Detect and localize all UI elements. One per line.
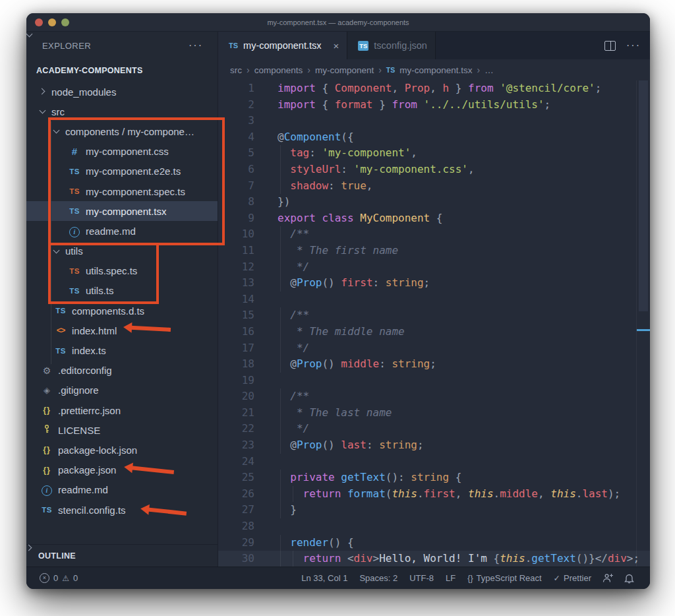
workspace-section-header[interactable]: ACADEMY-COMPONENTS: [26, 59, 218, 82]
gear-icon: ⚙: [40, 365, 54, 376]
breadcrumb-symbol-more[interactable]: …: [484, 65, 494, 75]
code-line-2[interactable]: 2import { format } from '../../utils/uti…: [218, 97, 650, 113]
tree-item-components-d-ts[interactable]: TScomponents.d.ts: [26, 301, 218, 321]
chevron-separator-icon: ›: [247, 65, 250, 75]
tree-item--editorconfig[interactable]: ⚙.editorconfig: [26, 361, 218, 381]
tab-my-component-tsx[interactable]: TS my-component.tsx ×: [218, 32, 347, 59]
code-line-27[interactable]: 27 }: [218, 502, 650, 518]
scrollbar-slider[interactable]: [639, 80, 648, 311]
code-line-17[interactable]: 17 */: [218, 340, 650, 357]
tree-item-my-component-css[interactable]: #my-component.css: [26, 142, 218, 162]
statusbar-prettier[interactable]: ✓Prettier: [548, 573, 597, 583]
typescript-file-icon: TS: [53, 307, 68, 315]
code-line-16[interactable]: 16 * The middle name: [218, 324, 650, 340]
notifications-bell-icon[interactable]: [619, 573, 639, 584]
statusbar-lf[interactable]: LF: [440, 573, 461, 583]
chevron-separator-icon: ›: [378, 65, 382, 75]
outline-section-header[interactable]: OUTLINE: [26, 544, 218, 567]
statusbar-ln-33-col-1[interactable]: Ln 33, Col 1: [295, 573, 353, 583]
tree-item-node-modules[interactable]: node_modules: [26, 82, 218, 102]
code-line-6[interactable]: 6 styleUrl: 'my-component.css',: [218, 162, 650, 178]
tree-item-label: utils: [65, 245, 83, 257]
breadcrumb: src › components › my-component › TS my-…: [218, 59, 650, 80]
statusbar-utf-8[interactable]: UTF-8: [403, 573, 440, 583]
code-line-13[interactable]: 13 @Prop() first: string;: [218, 275, 650, 292]
code-line-24[interactable]: 24: [218, 454, 650, 470]
code-line-10[interactable]: 10 /**: [218, 226, 650, 243]
tree-item-stencil-config-ts[interactable]: TSstencil.config.ts: [26, 500, 218, 520]
tree-item-license[interactable]: LICENSE: [26, 420, 218, 440]
code-line-5[interactable]: 5 tag: 'my-component',: [218, 145, 650, 162]
code-line-28[interactable]: 28: [218, 518, 650, 535]
code-line-3[interactable]: 3: [218, 113, 650, 129]
code-line-29[interactable]: 29 render() {: [218, 535, 650, 551]
tree-item-utils-ts[interactable]: TSutils.ts: [26, 281, 218, 301]
line-number: 20: [218, 388, 254, 405]
tree-item-utils-spec-ts[interactable]: TSutils.spec.ts: [26, 261, 218, 281]
code-line-20[interactable]: 20 /**: [218, 388, 650, 405]
line-number: 21: [218, 405, 254, 421]
code-line-9[interactable]: 9export class MyComponent {: [218, 210, 650, 227]
tree-item-my-component-tsx[interactable]: TSmy-component.tsx: [26, 201, 218, 221]
tree-item-label: readme.md: [58, 484, 108, 495]
code-line-15[interactable]: 15 /**: [218, 307, 650, 324]
error-count[interactable]: 0: [53, 573, 58, 583]
statusbar-typescript-react[interactable]: {}TypeScript React: [461, 573, 547, 583]
explorer-sidebar: EXPLORER ··· ACADEMY-COMPONENTS node_mod…: [26, 32, 218, 567]
tree-item-label: components / my-compone…: [65, 126, 194, 137]
statusbar-spaces-2[interactable]: Spaces: 2: [353, 573, 403, 583]
editor-scrollbar[interactable]: [636, 80, 650, 567]
code-line-1[interactable]: 1import { Component, Prop, h } from '@st…: [218, 80, 650, 97]
tree-item-package-json[interactable]: {}package.json: [26, 460, 218, 480]
tree-item--gitignore[interactable]: ◈.gitignore: [26, 381, 218, 400]
typescript-file-icon: TS: [67, 207, 82, 215]
code-line-21[interactable]: 21 * The last name: [218, 405, 650, 421]
tab-tsconfig-json[interactable]: TS tsconfig.json: [347, 32, 436, 59]
code-editor[interactable]: 1import { Component, Prop, h } from '@st…: [218, 80, 650, 567]
tree-item-utils[interactable]: utils: [26, 241, 218, 261]
breadcrumb-item[interactable]: my-component: [315, 65, 374, 75]
code-line-7[interactable]: 7 shadow: true,: [218, 178, 650, 195]
code-line-8[interactable]: 8}): [218, 194, 650, 210]
tree-item-index-html[interactable]: <>index.html: [26, 321, 218, 340]
breadcrumb-item[interactable]: components: [254, 65, 303, 75]
tree-item-readme-md[interactable]: ireadme.md: [26, 480, 218, 500]
close-tab-icon[interactable]: ×: [334, 40, 339, 51]
code-line-26[interactable]: 26 return format(this.first, this.middle…: [218, 486, 650, 503]
code-line-4[interactable]: 4@Component({: [218, 129, 650, 146]
overview-ruler-marker: [637, 329, 650, 331]
code-line-18[interactable]: 18 @Prop() middle: string;: [218, 356, 650, 373]
code-line-23[interactable]: 23 @Prop() last: string;: [218, 437, 650, 454]
vscode-window: my-component.tsx — academy-components EX…: [26, 13, 650, 589]
tree-item-tsconfig-json[interactable]: TStsconfig.json: [26, 520, 218, 522]
split-editor-icon[interactable]: [604, 41, 616, 51]
explorer-more-actions-button[interactable]: ···: [189, 40, 203, 51]
tree-item-components-my-compone-[interactable]: components / my-compone…: [26, 121, 218, 141]
tree-item-index-ts[interactable]: TSindex.ts: [26, 340, 218, 360]
tree-item-label: my-component.css: [86, 146, 169, 157]
typescript-file-icon: TS: [40, 506, 54, 514]
feedback-icon[interactable]: [597, 573, 619, 583]
tree-item-readme-md[interactable]: ireadme.md: [26, 221, 218, 241]
line-number: 10: [218, 226, 254, 243]
line-number: 14: [218, 292, 254, 308]
braces-icon: {}: [467, 574, 473, 583]
code-line-25[interactable]: 25 private getText(): string {: [218, 470, 650, 486]
code-line-22[interactable]: 22 */: [218, 421, 650, 437]
code-line-14[interactable]: 14: [218, 292, 650, 308]
tree-item-my-component-e2e-ts[interactable]: TSmy-component.e2e.ts: [26, 162, 218, 181]
breadcrumb-file[interactable]: my-component.tsx: [399, 65, 472, 75]
code-line-30[interactable]: 30 return <div>Hello, World! I'm {this.g…: [218, 551, 650, 567]
line-number: 16: [218, 324, 254, 340]
line-number: 22: [218, 421, 254, 437]
breadcrumb-item[interactable]: src: [230, 65, 242, 75]
tree-item-src[interactable]: src: [26, 102, 218, 121]
tree-item--prettierrc-json[interactable]: {}.prettierrc.json: [26, 400, 218, 420]
tree-item-my-component-spec-ts[interactable]: TSmy-component.spec.ts: [26, 181, 218, 201]
tree-item-package-lock-json[interactable]: {}package-lock.json: [26, 440, 218, 460]
code-line-12[interactable]: 12 */: [218, 259, 650, 276]
warning-count[interactable]: 0: [73, 573, 78, 583]
code-line-19[interactable]: 19: [218, 373, 650, 389]
code-line-11[interactable]: 11 * The first name: [218, 243, 650, 259]
editor-more-actions-button[interactable]: ···: [626, 40, 641, 51]
